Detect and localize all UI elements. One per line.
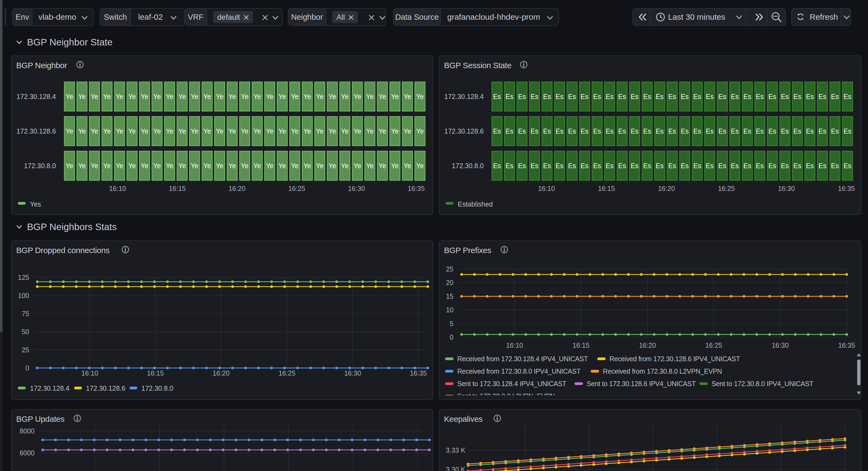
- svg-text:Es: Es: [581, 127, 589, 135]
- svg-text:Es: Es: [643, 93, 651, 100]
- svg-text:Es: Es: [831, 93, 839, 100]
- svg-text:20: 20: [446, 279, 454, 286]
- svg-text:Es: Es: [518, 162, 526, 170]
- svg-text:8000: 8000: [20, 427, 35, 435]
- svg-text:Es: Es: [794, 127, 801, 135]
- svg-text:Es: Es: [543, 162, 551, 170]
- svg-text:Es: Es: [581, 93, 589, 100]
- svg-text:Es: Es: [631, 162, 639, 170]
- svg-text:16:30: 16:30: [778, 185, 795, 192]
- svg-text:Es: Es: [581, 162, 589, 170]
- svg-text:Received from 172.30.8.0 L2VPN: Received from 172.30.8.0 L2VPN_EVPN: [603, 367, 722, 375]
- svg-text:Ye: Ye: [391, 93, 399, 100]
- svg-text:16:15: 16:15: [572, 342, 590, 349]
- svg-text:16:25: 16:25: [279, 369, 296, 377]
- svg-text:172.30.128.4: 172.30.128.4: [444, 93, 484, 100]
- svg-text:Received from 172.30.128.6 IPV: Received from 172.30.128.6 IPV4_UNICAST: [609, 355, 740, 362]
- svg-text:Ye: Ye: [203, 127, 211, 135]
- svg-text:Es: Es: [743, 127, 751, 135]
- svg-text:Es: Es: [706, 127, 714, 135]
- svg-text:Ye: Ye: [403, 127, 411, 135]
- svg-text:Es: Es: [656, 127, 664, 135]
- svg-text:Ye: Ye: [116, 127, 123, 135]
- svg-text:Es: Es: [568, 162, 576, 170]
- svg-text:Es: Es: [743, 93, 751, 100]
- svg-text:Ye: Ye: [203, 93, 211, 100]
- svg-text:Ye: Ye: [153, 127, 161, 135]
- svg-text:Ye: Ye: [191, 162, 198, 170]
- svg-text:Ye: Ye: [416, 162, 424, 170]
- svg-text:Ye: Ye: [366, 127, 374, 135]
- svg-text:16:10: 16:10: [538, 185, 555, 192]
- svg-text:Es: Es: [718, 162, 726, 170]
- svg-text:Ye: Ye: [391, 162, 399, 170]
- svg-text:Es: Es: [718, 93, 726, 100]
- svg-text:Ye: Ye: [66, 127, 73, 135]
- svg-text:Ye: Ye: [228, 127, 236, 135]
- svg-text:Es: Es: [768, 127, 776, 135]
- svg-text:172.30.128.4: 172.30.128.4: [17, 93, 56, 100]
- svg-text:Ye: Ye: [316, 162, 323, 170]
- svg-text:Es: Es: [606, 162, 614, 170]
- svg-text:Es: Es: [493, 93, 501, 100]
- svg-text:Ye: Ye: [366, 93, 374, 100]
- svg-text:Es: Es: [706, 162, 714, 170]
- svg-text:10: 10: [446, 306, 454, 314]
- svg-text:Ye: Ye: [203, 162, 211, 170]
- svg-text:Es: Es: [506, 127, 514, 135]
- svg-text:Ye: Ye: [278, 127, 286, 135]
- svg-text:Es: Es: [643, 162, 651, 170]
- svg-text:Ye: Ye: [341, 127, 349, 135]
- svg-text:Es: Es: [643, 127, 651, 135]
- svg-text:Es: Es: [818, 127, 826, 135]
- svg-text:Yes: Yes: [30, 200, 41, 208]
- svg-text:Es: Es: [606, 127, 614, 135]
- svg-text:Sent to 172.30.8.0 IPV4_UNICAS: Sent to 172.30.8.0 IPV4_UNICAST: [712, 380, 813, 387]
- svg-text:Ye: Ye: [253, 162, 261, 170]
- svg-text:Ye: Ye: [103, 93, 111, 100]
- svg-text:Sent to 172.30.128.4 IPV4_UNIC: Sent to 172.30.128.4 IPV4_UNICAST: [457, 380, 566, 387]
- svg-text:Es: Es: [556, 127, 563, 135]
- svg-text:Ye: Ye: [379, 162, 386, 170]
- svg-text:Es: Es: [668, 93, 676, 100]
- svg-text:172.30.128.4: 172.30.128.4: [30, 384, 69, 392]
- svg-text:16:10: 16:10: [506, 342, 523, 349]
- svg-text:Es: Es: [518, 127, 526, 135]
- svg-text:Es: Es: [618, 127, 626, 135]
- svg-text:Es: Es: [843, 162, 851, 170]
- svg-text:Ye: Ye: [291, 162, 299, 170]
- svg-text:172.30.8.0: 172.30.8.0: [452, 162, 484, 170]
- svg-text:Es: Es: [731, 162, 739, 170]
- svg-text:Ye: Ye: [341, 93, 349, 100]
- svg-text:5: 5: [450, 320, 454, 327]
- svg-text:Es: Es: [493, 127, 501, 135]
- svg-text:15: 15: [446, 293, 454, 300]
- svg-text:Ye: Ye: [216, 162, 223, 170]
- svg-text:Es: Es: [530, 162, 538, 170]
- svg-text:16:30: 16:30: [348, 185, 365, 192]
- svg-text:16:35: 16:35: [410, 369, 427, 377]
- svg-text:Es: Es: [831, 162, 839, 170]
- svg-text:Ye: Ye: [266, 127, 274, 135]
- svg-text:75: 75: [22, 310, 29, 317]
- svg-text:16:35: 16:35: [838, 185, 855, 192]
- svg-text:16:15: 16:15: [598, 185, 615, 192]
- svg-text:16:15: 16:15: [147, 369, 164, 377]
- svg-text:Es: Es: [794, 162, 801, 170]
- svg-text:Es: Es: [543, 93, 551, 100]
- svg-text:172.30.128.6: 172.30.128.6: [17, 127, 56, 135]
- svg-text:Es: Es: [681, 93, 688, 100]
- svg-text:16:25: 16:25: [288, 185, 305, 192]
- svg-text:Es: Es: [756, 127, 764, 135]
- svg-text:Ye: Ye: [291, 93, 299, 100]
- svg-text:Ye: Ye: [329, 127, 336, 135]
- svg-text:Es: Es: [556, 93, 563, 100]
- svg-text:Es: Es: [768, 162, 776, 170]
- svg-text:Ye: Ye: [166, 127, 173, 135]
- svg-text:3.30 K: 3.30 K: [446, 466, 466, 471]
- svg-text:Ye: Ye: [353, 162, 361, 170]
- svg-text:Received from 172.30.8.0 IPV4_: Received from 172.30.8.0 IPV4_UNICAST: [457, 367, 581, 375]
- svg-text:Es: Es: [794, 93, 801, 100]
- svg-text:Ye: Ye: [379, 93, 386, 100]
- svg-text:Ye: Ye: [103, 127, 111, 135]
